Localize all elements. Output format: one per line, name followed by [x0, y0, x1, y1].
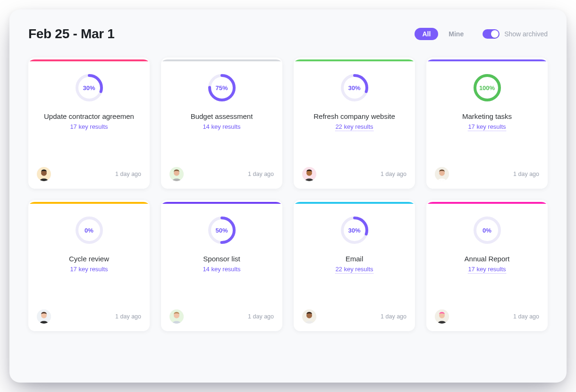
updated-time: 1 day ago [381, 313, 407, 320]
filter-segmented-control: All Mine [415, 28, 471, 40]
progress-percent: 0% [472, 215, 502, 245]
card-accent [426, 202, 548, 204]
progress-ring-icon: 0% [74, 215, 104, 245]
dashboard-panel: Feb 25 - Mar 1 All Mine Show archived 30… [9, 9, 567, 383]
updated-time: 1 day ago [115, 313, 141, 320]
card-footer: 1 day ago [37, 158, 141, 181]
key-results-link[interactable]: 22 key results [335, 266, 373, 274]
progress-ring-icon: 75% [207, 73, 237, 103]
progress-ring-icon: 0% [472, 215, 502, 245]
updated-time: 1 day ago [513, 171, 539, 177]
card-title: Sponsor list [203, 255, 240, 263]
key-results-link[interactable]: 14 key results [203, 123, 240, 131]
card-accent [294, 59, 415, 61]
owner-avatar[interactable] [302, 167, 316, 181]
cards-grid: 30% Update contractor agreemen 17 key re… [28, 58, 548, 331]
owner-avatar[interactable] [435, 167, 449, 181]
progress-percent: 30% [339, 73, 370, 103]
goal-card[interactable]: 30% Update contractor agreemen 17 key re… [28, 58, 150, 189]
progress-percent: 30% [74, 73, 104, 103]
card-footer: 1 day ago [169, 301, 274, 324]
filter-option-mine[interactable]: Mine [441, 28, 471, 40]
key-results-link[interactable]: 22 key results [335, 123, 373, 131]
card-footer: 1 day ago [169, 158, 274, 181]
card-title: Annual Report [465, 255, 510, 263]
updated-time: 1 day ago [381, 171, 407, 177]
card-title: Refresh company website [313, 112, 395, 120]
show-archived-toggle[interactable]: Show archived [483, 29, 548, 39]
card-title: Budget assessment [191, 112, 253, 120]
goal-card[interactable]: 30% Email 22 key results 1 day ago [294, 200, 415, 331]
owner-avatar[interactable] [302, 309, 316, 324]
progress-ring-icon: 30% [339, 73, 370, 103]
progress-percent: 30% [339, 215, 370, 245]
updated-time: 1 day ago [513, 313, 539, 320]
updated-time: 1 day ago [248, 171, 274, 177]
card-title: Cycle review [69, 255, 109, 263]
goal-card[interactable]: 0% Annual Report 17 key results 1 day ag… [426, 200, 548, 331]
toggle-label: Show archived [504, 30, 548, 38]
key-results-link[interactable]: 17 key results [70, 123, 108, 131]
card-title: Email [346, 255, 364, 263]
goal-card[interactable]: 75% Budget assessment 14 key results 1 d… [161, 58, 282, 189]
card-title: Marketing tasks [462, 112, 512, 120]
page-title: Feb 25 - Mar 1 [28, 26, 115, 42]
progress-ring-icon: 30% [339, 215, 370, 245]
goal-card[interactable]: 30% Refresh company website 22 key resul… [294, 58, 415, 189]
filter-option-all[interactable]: All [415, 28, 438, 40]
header-controls: All Mine Show archived [415, 28, 548, 40]
progress-ring-icon: 30% [74, 73, 104, 103]
card-footer: 1 day ago [302, 158, 407, 181]
card-accent [426, 59, 548, 61]
owner-avatar[interactable] [37, 309, 51, 324]
key-results-link[interactable]: 17 key results [468, 266, 506, 274]
toggle-icon [483, 29, 500, 39]
card-accent [161, 59, 282, 61]
card-footer: 1 day ago [37, 301, 141, 324]
card-accent [161, 202, 282, 204]
progress-percent: 100% [472, 73, 502, 103]
key-results-link[interactable]: 17 key results [468, 123, 506, 131]
card-accent [28, 202, 150, 204]
owner-avatar[interactable] [435, 309, 449, 324]
progress-percent: 0% [74, 215, 104, 245]
progress-percent: 50% [207, 215, 237, 245]
goal-card[interactable]: 50% Sponsor list 14 key results 1 day ag… [161, 200, 282, 331]
progress-ring-icon: 50% [207, 215, 237, 245]
owner-avatar[interactable] [169, 167, 184, 181]
card-footer: 1 day ago [435, 158, 539, 181]
owner-avatar[interactable] [37, 167, 51, 181]
card-footer: 1 day ago [302, 301, 407, 324]
key-results-link[interactable]: 17 key results [70, 266, 108, 274]
card-footer: 1 day ago [435, 301, 539, 324]
goal-card[interactable]: 100% Marketing tasks 17 key results 1 da… [426, 58, 548, 189]
updated-time: 1 day ago [248, 313, 274, 320]
updated-time: 1 day ago [115, 171, 141, 177]
progress-percent: 75% [207, 73, 237, 103]
progress-ring-icon: 100% [472, 73, 502, 103]
header-row: Feb 25 - Mar 1 All Mine Show archived [28, 26, 548, 42]
owner-avatar[interactable] [169, 309, 184, 324]
card-accent [28, 59, 150, 61]
key-results-link[interactable]: 14 key results [203, 266, 240, 274]
card-accent [294, 202, 415, 204]
goal-card[interactable]: 0% Cycle review 17 key results 1 day ago [28, 200, 150, 331]
card-title: Update contractor agreemen [44, 112, 134, 120]
